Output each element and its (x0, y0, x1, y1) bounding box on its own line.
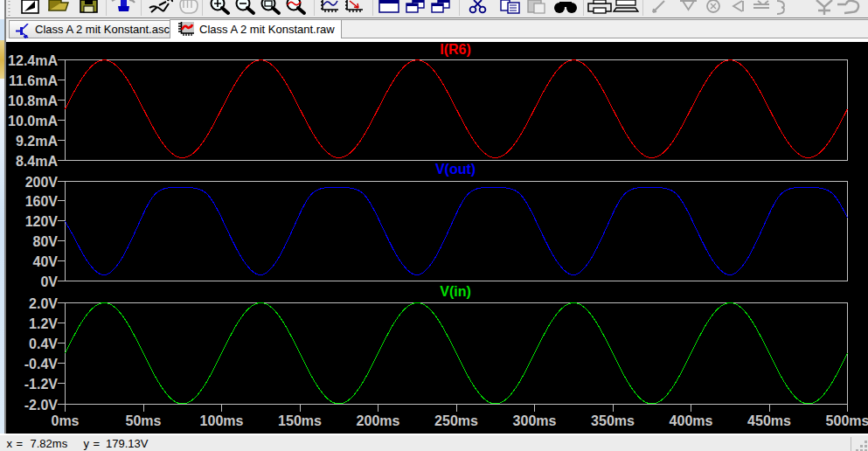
svg-text:2.0V: 2.0V (29, 296, 58, 311)
svg-text:40V: 40V (33, 254, 59, 269)
svg-text:10.8mA: 10.8mA (8, 94, 58, 108)
svg-text:8.4mA: 8.4mA (16, 154, 58, 169)
svg-text:0ms: 0ms (51, 413, 79, 428)
svg-text:350ms: 350ms (591, 413, 635, 428)
svg-text:9.2mA: 9.2mA (16, 134, 58, 149)
svg-text:80V: 80V (33, 234, 59, 249)
svg-text:150ms: 150ms (278, 413, 322, 428)
svg-text:250ms: 250ms (434, 413, 478, 428)
svg-text:-1.2V: -1.2V (24, 377, 59, 392)
svg-text:300ms: 300ms (513, 413, 557, 428)
svg-text:200V: 200V (25, 175, 59, 190)
svg-text:V(in): V(in) (440, 284, 471, 299)
svg-text:100ms: 100ms (200, 413, 244, 428)
svg-text:200ms: 200ms (357, 413, 400, 428)
svg-text:400ms: 400ms (670, 413, 713, 428)
svg-text:-0.4V: -0.4V (24, 357, 59, 371)
svg-text:500ms: 500ms (826, 413, 868, 428)
svg-text:10.0mA: 10.0mA (8, 114, 58, 128)
svg-text:1.2V: 1.2V (29, 316, 58, 331)
svg-text:11.6mA: 11.6mA (9, 73, 58, 88)
svg-text:0V: 0V (40, 274, 58, 289)
svg-text:12.4mA: 12.4mA (8, 53, 58, 68)
svg-text:V(out): V(out) (435, 162, 476, 177)
svg-text:120V: 120V (25, 214, 59, 229)
svg-text:450ms: 450ms (747, 413, 791, 428)
svg-text:I(R6): I(R6) (440, 42, 471, 57)
svg-text:-2.0V: -2.0V (24, 398, 59, 413)
svg-text:50ms: 50ms (126, 413, 162, 428)
svg-text:0.4V: 0.4V (29, 337, 58, 351)
svg-text:160V: 160V (25, 194, 59, 209)
